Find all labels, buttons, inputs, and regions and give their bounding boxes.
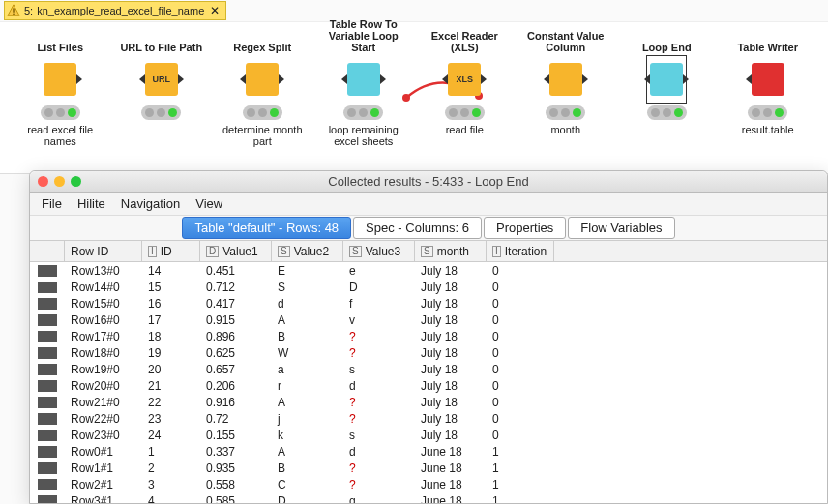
cell-value1: 0.915 [200,313,272,327]
cell-rowid: Row21#0 [65,396,142,409]
cell-value3: v [343,313,415,327]
table-row[interactable]: Row13#0140.451EeJuly 180 [30,262,827,279]
node-subtitle: result.table [742,124,794,147]
menu-file[interactable]: File [42,196,62,211]
table-row[interactable]: Row22#0230.72j?July 180 [30,410,827,427]
cell-iteration: 1 [487,445,554,459]
node-status-lights [141,105,181,120]
row-marker [30,282,65,293]
column-header[interactable]: SValue3 [343,241,415,261]
cell-value1: 0.155 [200,429,272,442]
column-header[interactable]: DValue1 [200,241,272,261]
table-row[interactable]: Row14#0150.712SDJuly 180 [30,279,827,295]
cell-value2: A [272,396,343,409]
cell-value1: 0.72 [200,412,272,426]
window-zoom-icon[interactable] [71,176,81,187]
workflow-node[interactable]: Table Writerresult.table [720,30,816,147]
node-status-lights [647,105,687,120]
table-row[interactable]: Row0#110.337AdJune 181 [30,443,827,460]
table-header-row: Row IDIIDDValue1SValue2SValue3SmonthIIte… [30,241,827,262]
cell-month: July 18 [415,330,487,343]
cell-rowid: Row1#1 [65,461,142,475]
table-row[interactable]: Row16#0170.915AvJuly 180 [30,311,827,328]
workflow-node[interactable]: Loop End [618,30,715,147]
view-tabs: Table "default" - Rows: 48Spec - Columns… [30,216,827,241]
workflow-node[interactable]: Constant Value Columnmonth [518,30,614,147]
cell-rowid: Row22#0 [65,412,142,426]
cell-id: 22 [142,396,200,409]
cell-value1: 0.896 [200,330,272,343]
close-icon[interactable]: ✕ [208,4,222,17]
menu-navigation[interactable]: Navigation [121,196,180,211]
table-row[interactable]: Row3#140.585DqJune 181 [30,492,827,503]
col-marker [30,241,65,261]
table-row[interactable]: Row21#0220.916A?July 180 [30,394,827,410]
view-tab[interactable]: Table "default" - Rows: 48 [182,217,351,239]
cell-month: July 18 [415,264,487,278]
cell-month: July 18 [415,396,487,409]
window-minimize-icon[interactable] [54,176,65,187]
cell-month: July 18 [415,363,487,376]
window-titlebar[interactable]: Collected results - 5:433 - Loop End [30,171,827,193]
node-title: Constant Value Column [518,30,614,55]
window-title: Collected results - 5:433 - Loop End [30,174,827,189]
cell-id: 17 [142,313,200,327]
table-row[interactable]: Row2#130.558C?June 181 [30,476,827,492]
workflow-node[interactable]: List Filesread excel file names [12,30,108,147]
table-row[interactable]: Row18#0190.625W?July 180 [30,344,827,361]
cell-value3: ? [343,461,415,475]
cell-id: 2 [142,461,200,475]
cell-value2: a [272,363,343,376]
column-header[interactable]: IID [142,241,200,261]
cell-value1: 0.916 [200,396,272,409]
menu-hilite[interactable]: Hilite [77,196,105,211]
node-status-lights [343,105,383,120]
cell-month: July 18 [415,412,487,426]
column-header[interactable]: IIteration [487,241,554,261]
view-tab[interactable]: Flow Variables [568,217,674,239]
table-row[interactable]: Row15#0160.417dfJuly 180 [30,295,827,311]
cell-rowid: Row19#0 [65,363,142,376]
cell-value1: 0.935 [200,461,272,475]
warning-icon [7,4,20,17]
column-header[interactable]: Row ID [65,241,142,261]
view-tab[interactable]: Spec - Columns: 6 [353,217,482,239]
cell-month: June 18 [415,478,487,491]
table-body[interactable]: Row13#0140.451EeJuly 180Row14#0150.712SD… [30,262,827,503]
view-tab[interactable]: Properties [484,217,566,239]
column-header[interactable]: SValue2 [272,241,343,261]
node-icon [246,63,279,96]
cell-iteration: 0 [487,396,554,409]
cell-value2: r [272,379,343,393]
workflow-node[interactable]: Regex Splitdetermine month part [214,30,310,147]
node-icon [752,63,784,96]
cell-value3: ? [343,330,415,343]
table-row[interactable]: Row19#0200.657asJuly 180 [30,361,827,377]
results-window: Collected results - 5:433 - Loop End Fil… [29,170,828,504]
workflow-node[interactable]: Excel Reader (XLS)XLSread file [416,30,513,147]
workflow-canvas[interactable]: List Filesread excel file namesURL to Fi… [0,21,828,174]
cell-iteration: 0 [487,412,554,426]
cell-value1: 0.417 [200,297,272,311]
column-header[interactable]: Smonth [415,241,487,261]
editor-tab-prefix: 5: [24,5,33,16]
editor-tab-bar: 5: kn_example_read_excel_file_name ✕ [0,0,828,21]
node-subtitle: read file [446,124,484,147]
cell-value2: k [272,429,343,442]
table-row[interactable]: Row23#0240.155ksJuly 180 [30,427,827,443]
cell-month: June 18 [415,494,487,504]
node-icon [347,63,380,96]
table-row[interactable]: Row20#0210.206rdJuly 180 [30,377,827,394]
cell-value3: D [343,281,415,294]
table-row[interactable]: Row1#120.935B?June 181 [30,460,827,476]
node-subtitle: determine month part [214,124,310,147]
workflow-node[interactable]: Table Row To Variable Loop Startloop rem… [315,30,412,147]
cell-value3: d [343,445,415,459]
editor-tab[interactable]: 5: kn_example_read_excel_file_name ✕ [4,1,226,20]
node-icon [44,63,76,96]
menu-view[interactable]: View [195,196,222,211]
window-close-icon[interactable] [38,176,48,187]
table-row[interactable]: Row17#0180.896B?July 180 [30,328,827,344]
cell-month: July 18 [415,429,487,442]
workflow-node[interactable]: URL to File PathURL [113,30,210,147]
